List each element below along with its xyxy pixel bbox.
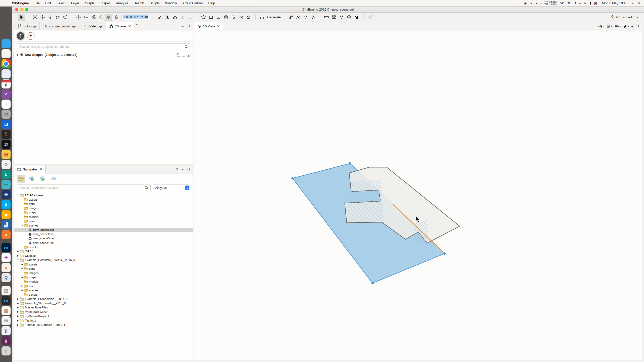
funnel-icon[interactable] (338, 14, 345, 21)
tree-item-images[interactable]: images (14, 206, 193, 210)
tab-navigator[interactable]: Navigator ✕ (14, 165, 46, 173)
dock-quicktime-icon[interactable]: Q (2, 273, 11, 282)
circle-draw-icon[interactable] (215, 14, 222, 21)
assign-rule-icon[interactable]: cga (287, 14, 294, 21)
menu-item-layer[interactable]: Layer (68, 1, 82, 5)
layer-lock-icon[interactable] (182, 53, 185, 57)
tab-water-cga[interactable]: Water.cga (79, 22, 106, 30)
tree-item-master-rule-files[interactable]: ▶Master Rule Files (14, 305, 193, 310)
menu-item-help[interactable]: Help (206, 1, 218, 5)
input-source-icon[interactable]: ⌁ (578, 2, 582, 5)
dock-ps-file-icon[interactable]: Ps (2, 296, 11, 305)
view-settings-icon[interactable] (346, 14, 353, 21)
dock-finder-icon[interactable] (2, 39, 11, 48)
dock-calendar-icon[interactable]: 6 (2, 79, 11, 88)
tree-item-images[interactable]: images (14, 271, 193, 275)
georeference-icon[interactable] (98, 14, 105, 21)
lock-icon[interactable] (113, 14, 120, 21)
dock-slack-icon[interactable]: ✣ (2, 253, 11, 262)
dock-vlc-icon[interactable]: ▲ (2, 263, 11, 272)
drop-down-icon[interactable] (47, 14, 54, 21)
local-edit-icon[interactable] (105, 14, 112, 21)
coordinate-input[interactable]: 0.00 0.00 1071.46 (121, 15, 150, 20)
tree-item-new-scene4-cej[interactable]: new_scene4.cej (14, 241, 193, 245)
scene-layers-button[interactable] (17, 32, 24, 40)
anydesk-icon[interactable]: ▲ (528, 1, 534, 6)
measure-area-icon[interactable] (331, 14, 338, 21)
zoom-window-button[interactable] (25, 8, 28, 11)
view-mode-button[interactable]: ▾ (606, 25, 612, 28)
add-layer-button[interactable]: + (27, 32, 34, 40)
tree-item-esri-lib[interactable]: ▶ESRI.lib (14, 254, 193, 258)
dock-photoshop-icon[interactable]: Ps (2, 243, 11, 252)
menu-item-graph[interactable]: Graph (82, 1, 97, 5)
isolate-selection-button[interactable]: ▾ (598, 25, 604, 28)
dock-sublime-text-icon[interactable]: S (2, 130, 11, 139)
edit-street-icon[interactable] (156, 14, 164, 21)
tree-item-assets[interactable]: assets (14, 197, 193, 202)
layer-visibility-icon[interactable] (177, 53, 180, 57)
align-shapes-icon[interactable] (245, 14, 252, 21)
editor-minimize-icon[interactable]: – (182, 25, 183, 28)
move-view-icon[interactable] (39, 14, 46, 21)
tree-expander-icon[interactable]: ▼ (16, 194, 20, 196)
navigator-search-input[interactable] (19, 186, 143, 190)
tree-item-scenes[interactable]: ▶scenes (14, 288, 193, 292)
tab-overflow-button[interactable]: »6 (134, 22, 141, 30)
tree-expander-icon[interactable]: ▶ (16, 311, 20, 313)
dock-blender-icon[interactable]: ◕ (2, 230, 11, 239)
portal-all-content-button[interactable] (49, 175, 58, 183)
menu-item-cityengine[interactable]: CityEngine (9, 1, 32, 5)
tree-item-maps[interactable]: maps (14, 210, 193, 215)
dock-omnifocus-icon[interactable]: ✓ (2, 89, 11, 99)
dock-chrome-icon[interactable] (2, 59, 11, 68)
menu-item-arcgis-urban[interactable]: ArcGIS Urban (180, 1, 206, 5)
dock-system-preferences-icon[interactable]: ⚙ (2, 110, 11, 119)
menu-item-select[interactable]: Select (54, 1, 68, 5)
airplay-icon[interactable]: ⊡ (567, 2, 572, 5)
tree-expander-icon[interactable]: ▶ (21, 285, 24, 287)
menu-item-analysis[interactable]: Analysis (113, 1, 131, 5)
generate-button-label[interactable]: Generate (267, 15, 281, 19)
navigator-minimize-icon[interactable]: – (182, 168, 183, 171)
dock-music-icon[interactable]: ♪ (2, 100, 11, 109)
tree-item-scripts[interactable]: scripts (14, 245, 193, 249)
tree-expander-icon[interactable]: ▶ (21, 263, 24, 265)
viewport-maximize-icon[interactable]: ❒ (636, 25, 639, 28)
close-navigator-icon[interactable]: ✕ (39, 167, 42, 171)
camera-button[interactable]: ▾ (615, 25, 621, 28)
dock-preview-icon[interactable] (2, 69, 11, 78)
close-window-button[interactable] (15, 8, 18, 11)
tree-expander-icon[interactable]: ▼ (21, 224, 24, 227)
tree-expander-icon[interactable]: ▶ (16, 250, 20, 253)
onepassword-icon[interactable]: ▣ (593, 2, 598, 5)
signin-button[interactable]: Not signed in▾ (610, 15, 640, 20)
dock-textedit-icon[interactable] (2, 49, 11, 58)
tree-item-testing1[interactable]: ▶Testing1 (14, 318, 193, 323)
tree-item-mydefaultproject[interactable]: ▶myDefaultProject (14, 310, 193, 314)
generate-icon[interactable] (259, 14, 266, 21)
tree-expander-icon[interactable]: ▶ (16, 298, 20, 300)
tree-expander-icon[interactable]: ▶ (16, 255, 20, 257)
dock-notebook-doc-icon[interactable]: ▤ (2, 286, 11, 295)
mirror-object-icon[interactable] (83, 14, 90, 21)
fit-street-icon[interactable] (187, 14, 194, 21)
tree-item-scenes[interactable]: ▼scenes (14, 223, 193, 228)
tree-item-cga-1[interactable]: ▶CGA 1 (14, 249, 193, 253)
tree-expander-icon[interactable]: ▶ (16, 315, 20, 317)
tab-3d-view[interactable]: 3D View ✕ (194, 22, 223, 30)
scene-search-input[interactable] (19, 45, 183, 49)
navigator-maximize-icon[interactable]: ❒ (187, 168, 190, 171)
tree-expander-icon[interactable]: ▶ (21, 276, 24, 279)
tree-expander-icon[interactable]: ▶ (16, 306, 20, 309)
dock-skype-icon[interactable]: S (2, 200, 11, 209)
bookmarks-button[interactable]: ▾ (623, 24, 629, 28)
shazam-icon[interactable]: ● (534, 1, 539, 6)
wifi-icon[interactable]: ≋ (582, 2, 588, 5)
battery-icon[interactable]: ▮ (588, 2, 593, 5)
tree-item-20190-videos[interactable]: ▼20190 videos (14, 193, 193, 197)
dock-sketch-icon[interactable]: ◆ (2, 210, 11, 219)
select-cursor-icon[interactable] (18, 14, 25, 21)
reset-models-icon[interactable] (302, 14, 309, 21)
align-terrain-icon[interactable] (238, 14, 245, 21)
